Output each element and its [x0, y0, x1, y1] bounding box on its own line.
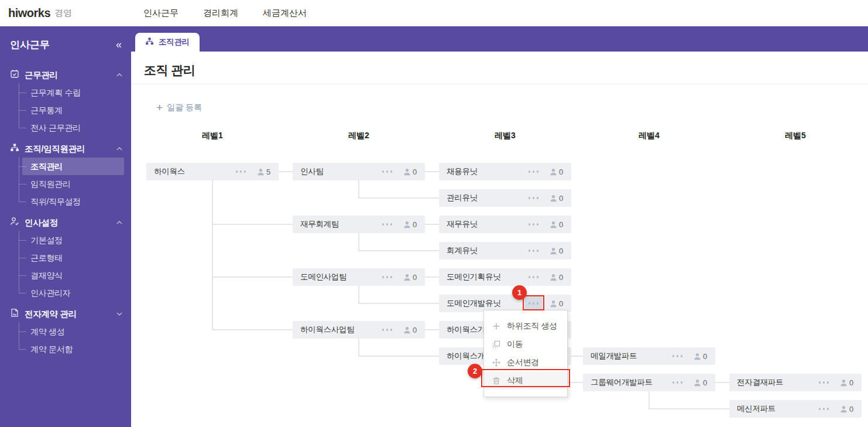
org-node[interactable]: 인사팀0: [293, 163, 425, 180]
level-header-3: 레벨3: [439, 131, 571, 141]
context-menu-item[interactable]: 이동: [484, 335, 567, 353]
context-menu-item[interactable]: 하위조직 생성: [484, 317, 567, 335]
sidebar-item[interactable]: 인사관리자: [0, 284, 131, 302]
org-node[interactable]: 하이웍스5: [146, 163, 279, 180]
sidebar-item[interactable]: 근무통계: [0, 101, 131, 119]
member-count: 0: [413, 220, 418, 229]
sidebar-item[interactable]: 계약 생성: [0, 323, 131, 340]
sidebar-section-header[interactable]: 조직/임직원관리: [0, 140, 131, 158]
org-node[interactable]: 관리유닛0: [439, 189, 571, 207]
node-more-icon[interactable]: [524, 244, 543, 258]
sidebar-section: 전자계약 관리계약 생성계약 문서함: [0, 305, 131, 358]
sidebar-section-header[interactable]: 전자계약 관리: [0, 305, 131, 323]
node-more-icon[interactable]: [524, 270, 543, 284]
node-more-icon[interactable]: [524, 217, 543, 231]
chevron-up-icon[interactable]: [116, 73, 122, 77]
sidebar-section-label: 전자계약 관리: [25, 309, 111, 320]
org-node-label: 메일개발파트: [591, 351, 668, 361]
move-icon: [492, 340, 500, 349]
org-chart-icon: [145, 37, 154, 48]
org-node[interactable]: 하이웍스사업팀0: [293, 321, 425, 339]
org-node[interactable]: 재무회계팀0: [293, 216, 425, 233]
node-more-icon[interactable]: [524, 191, 543, 205]
person-icon: [550, 274, 557, 281]
node-more-icon[interactable]: [815, 375, 833, 390]
member-count: 0: [849, 378, 855, 387]
bulk-register-label: 일괄 등록: [167, 103, 202, 113]
sidebar-item[interactable]: 근로형태: [0, 249, 131, 267]
reorder-icon: [492, 358, 500, 367]
person-icon: [550, 221, 557, 228]
member-count: 0: [413, 273, 418, 282]
sidebar-item[interactable]: 기본설정: [0, 231, 131, 249]
person-check-icon: [10, 217, 19, 228]
sidebar-section-label: 인사설정: [25, 217, 111, 228]
node-more-icon[interactable]: [815, 402, 833, 416]
level-header-1: 레벨1: [146, 131, 279, 141]
sidebar-section: 인사설정기본설정근로형태결재양식인사관리자: [0, 214, 131, 302]
sidebar-title: 인사근무: [10, 38, 50, 52]
org-node[interactable]: 도메인기획유닛0: [439, 268, 571, 286]
sidebar-item[interactable]: 임직원관리: [0, 175, 131, 193]
org-node[interactable]: 재무유닛0: [439, 216, 571, 233]
node-more-icon[interactable]: [668, 349, 687, 363]
plus-icon: [492, 322, 500, 330]
node-more-icon[interactable]: [232, 165, 251, 179]
chevron-up-icon[interactable]: [116, 221, 122, 224]
sidebar-item[interactable]: 계약 문서함: [0, 340, 131, 358]
context-menu-item-label: 하위조직 생성: [507, 321, 557, 332]
tab-org-management[interactable]: 조직관리: [135, 33, 200, 52]
person-icon: [694, 379, 701, 387]
member-count: 5: [266, 168, 272, 176]
sidebar-collapse-icon[interactable]: «: [116, 39, 122, 50]
sidebar-header: 인사근무 «: [0, 26, 131, 63]
member-count: 0: [703, 378, 709, 387]
person-icon: [694, 353, 701, 360]
topnav-item-1[interactable]: 인사근무: [143, 8, 179, 19]
sidebar-section-header[interactable]: 인사설정: [0, 214, 131, 231]
node-more-icon[interactable]: [668, 375, 687, 390]
context-menu-item[interactable]: 삭제: [484, 371, 567, 390]
org-node[interactable]: 채용유닛0: [439, 163, 571, 180]
org-node[interactable]: 메신저파트0: [729, 400, 862, 418]
org-node-label: 재무유닛: [447, 219, 524, 230]
org-node[interactable]: 메일개발파트0: [583, 347, 715, 365]
logo-text: hiworks: [8, 6, 50, 20]
context-menu-item-label: 이동: [507, 339, 523, 350]
org-node-label: 전자결재파트: [737, 377, 815, 388]
person-icon: [550, 194, 557, 202]
sidebar-item[interactable]: 결재양식: [0, 267, 131, 284]
person-icon: [403, 274, 411, 281]
topnav-item-3[interactable]: 세금계산서: [263, 8, 307, 19]
member-count: 0: [559, 168, 565, 176]
node-more-icon[interactable]: [378, 270, 397, 284]
chevron-up-icon[interactable]: [116, 147, 122, 151]
org-node-label: 그룹웨어개발파트: [591, 377, 668, 388]
contract-icon: [10, 308, 19, 320]
node-more-icon[interactable]: [378, 217, 397, 231]
bulk-register-button[interactable]: + 일괄 등록: [156, 103, 202, 113]
org-node[interactable]: 회계유닛0: [439, 242, 571, 259]
title-separator: [131, 84, 868, 84]
hiworks-logo[interactable]: hiworks 경영: [8, 0, 72, 26]
org-node[interactable]: 도메인사업팀0: [293, 268, 425, 286]
node-more-icon[interactable]: [524, 296, 543, 310]
node-more-icon[interactable]: [378, 323, 397, 337]
logo-suffix: 경영: [54, 8, 72, 19]
sidebar-item[interactable]: 직위/직무설정: [0, 193, 131, 210]
sidebar-section-header[interactable]: 근무관리: [0, 66, 131, 84]
person-icon: [550, 168, 557, 176]
org-node[interactable]: 전자결재파트0: [729, 374, 862, 391]
calendar-check-icon: [10, 69, 19, 81]
sidebar-item[interactable]: 전사 근무관리: [0, 119, 131, 136]
sidebar-item[interactable]: 조직관리: [0, 158, 131, 175]
node-more-icon[interactable]: [378, 165, 397, 179]
context-menu-item[interactable]: 순서변경: [484, 353, 567, 371]
person-icon: [550, 300, 557, 308]
chevron-down-icon[interactable]: [116, 312, 122, 316]
topnav-item-2[interactable]: 경리회계: [203, 8, 238, 19]
org-node[interactable]: 그룹웨어개발파트0: [583, 374, 715, 391]
sidebar-item[interactable]: 근무계획 수립: [0, 84, 131, 101]
member-count: 0: [849, 405, 855, 414]
node-more-icon[interactable]: [524, 165, 543, 179]
